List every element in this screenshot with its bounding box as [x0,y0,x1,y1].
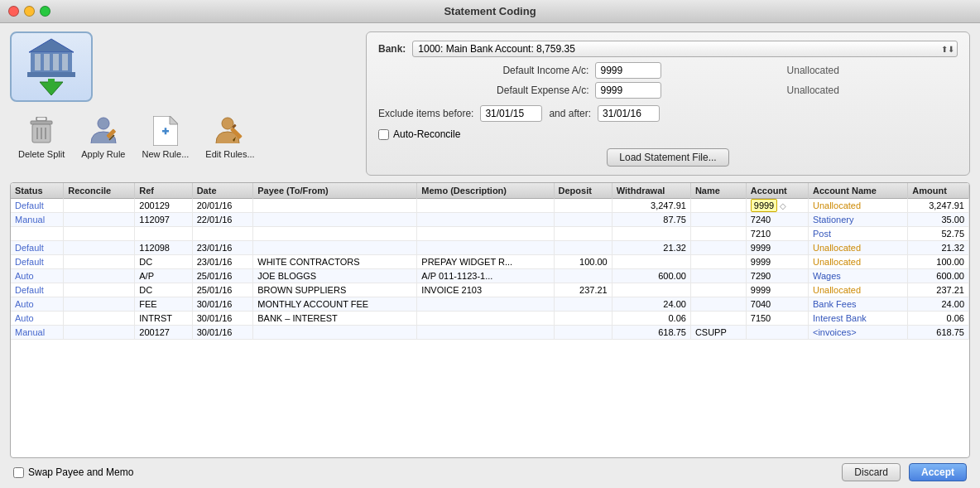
cell-account-name[interactable]: Wages [808,269,907,283]
cell-amount[interactable]: 35.00 [908,213,969,227]
cell-deposit[interactable] [554,241,612,255]
cell-account[interactable] [746,326,808,340]
cell-amount[interactable]: 21.32 [908,241,969,255]
cell-reconcile[interactable] [64,213,135,227]
cell-memo[interactable] [417,227,554,241]
cell-deposit[interactable] [554,227,612,241]
col-withdrawal[interactable]: Withdrawal [612,183,690,199]
table-row[interactable]: Manual11209722/01/1687.757240Stationery3… [11,213,969,227]
cell-status[interactable]: Auto [11,312,64,326]
cell-date[interactable]: 25/01/16 [192,269,253,283]
col-memo[interactable]: Memo (Description) [417,183,554,199]
cell-name[interactable] [690,297,746,312]
table-row[interactable]: Default11209823/01/1621.329999Unallocate… [11,241,969,255]
cell-date[interactable]: 30/01/16 [192,297,253,312]
col-amount[interactable]: Amount [908,183,969,199]
cell-status[interactable]: Default [11,241,64,255]
edit-rules-button[interactable]: Edit Rules... [197,112,262,162]
cell-account-name[interactable]: Unallocated [808,283,907,297]
cell-payee[interactable]: JOE BLOGGS [253,269,417,283]
load-statement-button[interactable]: Load Statement File... [607,148,728,167]
exclude-before-input[interactable] [480,105,542,122]
table-row[interactable]: DefaultDC23/01/16WHITE CONTRACTORSPREPAY… [11,255,969,269]
cell-memo[interactable]: INVOICE 2103 [417,283,554,297]
cell-account[interactable]: 7150 [746,312,808,326]
cell-amount[interactable]: 618.75 [908,326,969,340]
cell-name[interactable] [690,213,746,227]
cell-memo[interactable]: PREPAY WIDGET R... [417,255,554,269]
cell-status[interactable]: Auto [11,297,64,312]
discard-button[interactable]: Discard [842,463,901,481]
cell-ref[interactable] [135,227,192,241]
cell-payee[interactable] [253,199,417,213]
cell-account-name[interactable]: Unallocated [808,255,907,269]
cell-account[interactable]: 7290 [746,269,808,283]
cell-ref[interactable]: DC [135,255,192,269]
cell-withdrawal[interactable]: 87.75 [612,213,690,227]
cell-reconcile[interactable] [64,283,135,297]
col-account-name[interactable]: Account Name [808,183,907,199]
cell-deposit[interactable] [554,297,612,312]
accept-button[interactable]: Accept [909,463,967,481]
col-account[interactable]: Account [746,183,808,199]
cell-account[interactable]: 9999 [746,283,808,297]
cell-ref[interactable]: DC [135,283,192,297]
table-row[interactable]: AutoINTRST30/01/16BANK – INTEREST0.06715… [11,312,969,326]
cell-name[interactable] [690,269,746,283]
cell-date[interactable] [192,227,253,241]
cell-deposit[interactable] [554,199,612,213]
cell-account-name[interactable]: Unallocated [808,199,907,213]
cell-memo[interactable] [417,312,554,326]
cell-withdrawal[interactable]: 3,247.91 [612,199,690,213]
cell-date[interactable]: 25/01/16 [192,283,253,297]
cell-name[interactable] [690,283,746,297]
cell-amount[interactable]: 3,247.91 [908,199,969,213]
col-name[interactable]: Name [690,183,746,199]
cell-reconcile[interactable] [64,199,135,213]
col-ref[interactable]: Ref [135,183,192,199]
table-wrapper[interactable]: Status Reconcile Ref Date Payee (To/From… [11,183,969,457]
cell-status[interactable]: Default [11,255,64,269]
cell-account[interactable]: 9999 [746,241,808,255]
cell-ref[interactable]: A/P [135,269,192,283]
cell-account[interactable]: 9999 [746,255,808,269]
cell-payee[interactable] [253,227,417,241]
cell-reconcile[interactable] [64,297,135,312]
cell-date[interactable]: 23/01/16 [192,241,253,255]
cell-payee[interactable]: MONTHLY ACCOUNT FEE [253,297,417,312]
cell-account-name[interactable]: Stationery [808,213,907,227]
maximize-button[interactable] [40,6,50,17]
cell-reconcile[interactable] [64,326,135,340]
cell-reconcile[interactable] [64,312,135,326]
new-rule-button[interactable]: New Rule... [133,112,197,162]
window-controls[interactable] [8,6,50,17]
expense-ac-input[interactable] [595,82,661,99]
cell-account-name[interactable]: Unallocated [808,241,907,255]
cell-deposit[interactable]: 237.21 [554,283,612,297]
cell-withdrawal[interactable]: 21.32 [612,241,690,255]
cell-deposit[interactable]: 100.00 [554,255,612,269]
table-row[interactable]: Manual20012730/01/16618.75CSUPP<invoices… [11,326,969,340]
cell-memo[interactable]: A/P 011-1123-1... [417,269,554,283]
bank-select[interactable]: 1000: Main Bank Account: 8,759.35 [412,41,958,57]
cell-account[interactable]: 7240 [746,213,808,227]
cell-ref[interactable]: 200127 [135,326,192,340]
cell-payee[interactable] [253,213,417,227]
cell-ref[interactable]: 112098 [135,241,192,255]
cell-withdrawal[interactable] [612,255,690,269]
cell-status[interactable]: Auto [11,269,64,283]
cell-memo[interactable] [417,241,554,255]
cell-date[interactable]: 30/01/16 [192,312,253,326]
cell-status[interactable]: Default [11,199,64,213]
cell-reconcile[interactable] [64,241,135,255]
cell-withdrawal[interactable] [612,227,690,241]
cell-deposit[interactable] [554,312,612,326]
cell-name[interactable]: CSUPP [690,326,746,340]
col-deposit[interactable]: Deposit [554,183,612,199]
income-ac-input[interactable] [595,62,661,79]
col-date[interactable]: Date [192,183,253,199]
cell-status[interactable] [11,227,64,241]
cell-account-name[interactable]: Bank Fees [808,297,907,312]
cell-name[interactable] [690,241,746,255]
cell-memo[interactable] [417,199,554,213]
